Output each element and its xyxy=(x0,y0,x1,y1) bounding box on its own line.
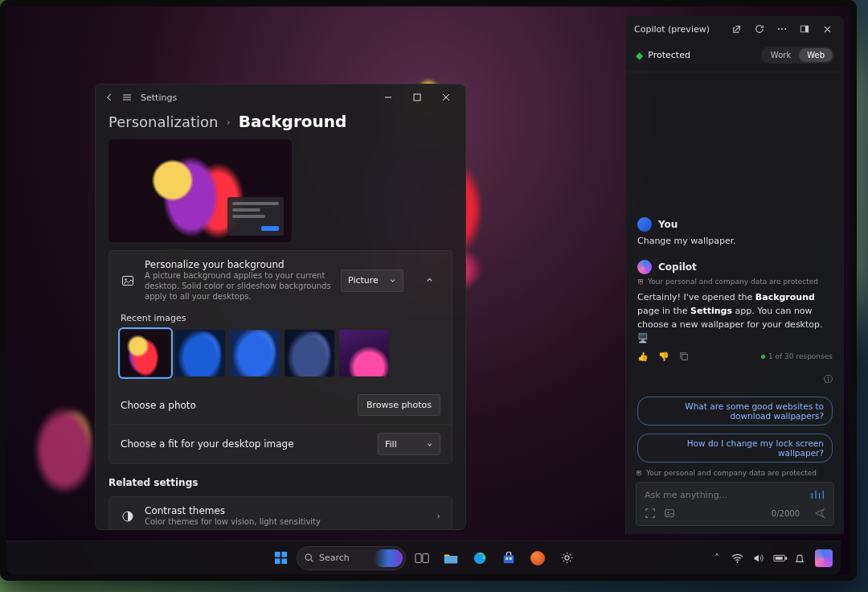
svg-rect-8 xyxy=(805,26,809,32)
suggestion-chip[interactable]: What are some good websites to download … xyxy=(637,397,833,426)
svg-rect-18 xyxy=(423,553,428,562)
desktop-preview xyxy=(108,139,292,242)
copilot-taskbar-icon[interactable] xyxy=(815,549,833,567)
toggle-web[interactable]: Web xyxy=(799,48,833,62)
personalize-title: Personalize your background xyxy=(145,259,331,270)
copilot-title: Copilot (preview) xyxy=(634,24,723,35)
recent-image-thumb[interactable] xyxy=(285,330,334,376)
pinned-app-icon[interactable] xyxy=(525,545,551,571)
refresh-icon[interactable] xyxy=(751,20,768,38)
svg-rect-21 xyxy=(504,555,514,563)
thumbs-down-icon[interactable]: 👎 xyxy=(658,352,669,362)
toggle-work[interactable]: Work xyxy=(763,48,799,62)
copilot-name: Copilot xyxy=(658,261,697,273)
lock-icon: ⛨ xyxy=(636,469,643,477)
copilot-input-box: ılıl 0/2000 xyxy=(636,482,834,526)
image-icon[interactable] xyxy=(664,508,675,519)
personalize-subtitle: A picture background applies to your cur… xyxy=(145,270,331,302)
back-button[interactable] xyxy=(102,90,117,105)
open-external-icon[interactable] xyxy=(728,20,746,38)
chevron-right-icon: › xyxy=(226,116,230,128)
svg-rect-9 xyxy=(682,355,687,360)
recent-images-label: Recent images xyxy=(109,310,452,330)
wifi-icon[interactable] xyxy=(731,553,744,563)
browse-photos-button[interactable]: Browse photos xyxy=(358,394,440,416)
shield-icon: ◆ xyxy=(636,50,643,61)
voice-icon[interactable]: ılıl xyxy=(811,489,825,501)
collapse-button[interactable] xyxy=(418,269,440,292)
taskbar-search[interactable]: Search xyxy=(297,546,406,570)
contrast-subtitle: Color themes for low vision, light sensi… xyxy=(145,516,428,527)
edge-icon[interactable] xyxy=(467,545,493,571)
battery-icon[interactable] xyxy=(773,554,786,562)
settings-icon[interactable] xyxy=(554,545,579,571)
user-name: You xyxy=(658,219,678,230)
suggestion-chip[interactable]: How do I change my lock screen wallpaper… xyxy=(637,434,833,462)
explorer-icon[interactable] xyxy=(438,545,464,571)
svg-rect-23 xyxy=(510,557,512,560)
system-tray: ˄ xyxy=(710,549,833,567)
recent-image-thumb[interactable] xyxy=(121,330,170,376)
maximize-button[interactable] xyxy=(403,86,432,109)
svg-point-2 xyxy=(125,278,126,280)
breadcrumb: Personalization › Background xyxy=(96,110,465,139)
svg-point-24 xyxy=(564,556,568,560)
store-icon[interactable] xyxy=(496,545,522,571)
contrast-themes-link[interactable]: Contrast themes Color themes for low vis… xyxy=(108,496,452,529)
minimize-button[interactable] xyxy=(374,86,403,109)
settings-titlebar: Settings xyxy=(96,84,465,110)
thumbs-up-icon[interactable]: 👍 xyxy=(637,352,649,362)
svg-rect-14 xyxy=(274,558,280,564)
background-type-select[interactable]: Picture xyxy=(341,269,403,292)
svg-point-11 xyxy=(667,512,669,513)
svg-point-6 xyxy=(784,28,786,30)
fit-label: Choose a fit for your desktop image xyxy=(121,438,368,450)
copilot-input[interactable] xyxy=(645,490,811,500)
privacy-note-bottom: Your personal and company data are prote… xyxy=(646,469,817,477)
related-settings-heading: Related settings xyxy=(108,477,452,488)
close-icon[interactable] xyxy=(818,20,836,38)
recent-image-thumb[interactable] xyxy=(339,330,389,376)
svg-point-16 xyxy=(305,554,311,560)
search-placeholder: Search xyxy=(319,553,350,563)
copilot-reply: Certainly! I've opened the Background pa… xyxy=(637,290,833,345)
chevron-down-icon xyxy=(389,277,396,284)
dock-icon[interactable] xyxy=(796,20,813,38)
more-icon[interactable] xyxy=(773,20,791,38)
close-button[interactable] xyxy=(432,86,461,109)
contrast-icon xyxy=(121,509,135,524)
background-type-value: Picture xyxy=(348,275,379,286)
lock-icon: ⛨ xyxy=(637,278,645,286)
recent-image-thumb[interactable] xyxy=(230,330,280,376)
chevron-right-icon: › xyxy=(437,511,440,521)
user-avatar xyxy=(637,217,652,232)
scan-icon[interactable] xyxy=(645,508,656,519)
svg-point-5 xyxy=(781,28,783,30)
copilot-avatar xyxy=(637,260,652,274)
task-view-icon[interactable] xyxy=(409,545,435,571)
tray-chevron-icon[interactable]: ˄ xyxy=(710,553,723,564)
copy-icon[interactable] xyxy=(679,352,689,361)
svg-rect-17 xyxy=(416,553,421,562)
user-message: Change my wallpaper. xyxy=(637,235,833,249)
feedback-row: 👍 👎 1 of 30 responses xyxy=(637,352,833,362)
choose-photo-label: Choose a photo xyxy=(121,400,348,411)
recent-image-thumb[interactable] xyxy=(175,330,225,376)
hamburger-icon[interactable] xyxy=(120,90,134,105)
svg-point-25 xyxy=(737,561,739,562)
fit-select[interactable]: Fill xyxy=(378,433,440,455)
send-icon[interactable] xyxy=(814,508,825,519)
notification-icon[interactable] xyxy=(794,553,807,564)
info-icon[interactable]: ⓘ xyxy=(824,373,833,385)
recent-images-row xyxy=(109,330,452,386)
contrast-title: Contrast themes xyxy=(145,505,428,516)
app-title: Settings xyxy=(141,92,177,103)
svg-point-4 xyxy=(778,28,780,30)
svg-rect-12 xyxy=(274,552,280,557)
copilot-titlebar: Copilot (preview) xyxy=(626,16,844,42)
responses-counter: 1 of 30 responses xyxy=(761,352,833,360)
breadcrumb-root[interactable]: Personalization xyxy=(108,113,218,130)
svg-rect-19 xyxy=(444,556,457,563)
start-button[interactable] xyxy=(268,545,293,571)
volume-icon[interactable] xyxy=(752,553,765,564)
